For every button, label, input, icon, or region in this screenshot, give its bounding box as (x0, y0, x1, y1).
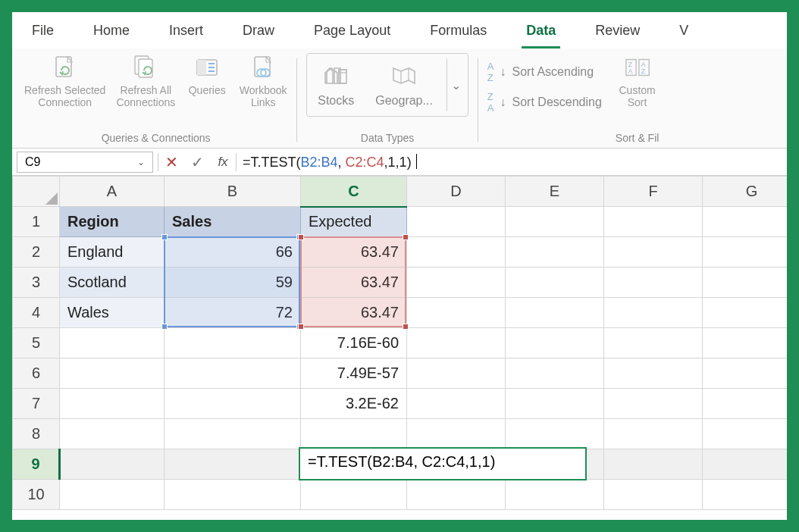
tab-data[interactable]: Data (522, 15, 560, 49)
cell-E5[interactable] (506, 328, 604, 358)
cell-D5[interactable] (407, 328, 506, 358)
sort-ascending-button[interactable]: AZ ↓ Sort Ascending (487, 58, 602, 86)
row-header-8[interactable]: 8 (13, 419, 60, 449)
cell-D6[interactable] (407, 358, 506, 389)
cell-G6[interactable] (703, 358, 788, 389)
insert-function-button[interactable]: fx (210, 155, 236, 170)
cell-D9[interactable] (407, 449, 506, 480)
cell-G4[interactable] (703, 298, 788, 328)
cell-D7[interactable] (407, 389, 506, 419)
cell-C6[interactable]: 7.49E-57 (301, 358, 407, 389)
cell-A6[interactable] (60, 358, 164, 389)
tab-view[interactable]: V (675, 15, 693, 49)
cell-F3[interactable] (604, 268, 703, 298)
cell-G7[interactable] (703, 389, 788, 419)
cell-F6[interactable] (604, 358, 703, 389)
stocks-button[interactable]: Stocks (310, 59, 362, 111)
tab-insert[interactable]: Insert (164, 15, 208, 49)
row-header-3[interactable]: 3 (13, 268, 60, 298)
custom-sort-button[interactable]: ZAAZ Custom Sort (616, 53, 659, 108)
row-header-10[interactable]: 10 (13, 480, 60, 510)
cell-F10[interactable] (604, 480, 703, 510)
cell-B5[interactable] (164, 328, 301, 358)
cell-F2[interactable] (604, 237, 703, 268)
cell-E6[interactable] (506, 358, 604, 389)
cell-B7[interactable] (164, 389, 301, 419)
col-header-C[interactable]: C (301, 177, 407, 207)
cell-E1[interactable] (506, 207, 604, 237)
cell-C4[interactable]: 63.47 (301, 298, 407, 328)
col-header-G[interactable]: G (703, 177, 788, 207)
col-header-D[interactable]: D (407, 177, 506, 207)
cell-D2[interactable] (407, 237, 506, 268)
col-header-A[interactable]: A (60, 177, 164, 207)
cell-D3[interactable] (407, 268, 506, 298)
cell-D4[interactable] (407, 298, 506, 328)
cell-A2[interactable]: England (60, 237, 164, 268)
col-header-F[interactable]: F (604, 177, 703, 207)
refresh-selected-connection-button[interactable]: Refresh Selected Connection (24, 53, 105, 108)
cell-D10[interactable] (407, 480, 506, 510)
row-header-5[interactable]: 5 (13, 328, 60, 358)
tab-formulas[interactable]: Formulas (425, 15, 491, 49)
cell-A7[interactable] (60, 389, 164, 419)
cell-C9[interactable] (301, 449, 407, 480)
row-header-1[interactable]: 1 (13, 207, 60, 237)
cell-A4[interactable]: Wales (60, 298, 164, 328)
cell-B8[interactable] (164, 419, 301, 449)
cell-F1[interactable] (604, 207, 703, 237)
cell-G8[interactable] (703, 419, 788, 449)
tab-file[interactable]: File (27, 15, 58, 49)
formula-input[interactable]: =T.TEST(B2:B4, C2:C4,1,1) (237, 152, 787, 172)
cell-E8[interactable] (506, 419, 604, 449)
geography-button[interactable]: Geograp... (368, 59, 440, 111)
cell-G5[interactable] (703, 328, 788, 358)
cell-E3[interactable] (506, 268, 604, 298)
cell-A5[interactable] (60, 328, 164, 358)
tab-page-layout[interactable]: Page Layout (309, 15, 395, 49)
data-types-expand[interactable]: ⌄ (446, 58, 465, 111)
enter-button[interactable]: ✓ (184, 153, 210, 171)
cell-C1[interactable]: Expected (301, 207, 407, 237)
row-header-9[interactable]: 9 (13, 449, 60, 480)
cell-B1[interactable]: Sales (164, 207, 301, 237)
cell-G9[interactable] (703, 449, 788, 480)
refresh-all-connections-button[interactable]: Refresh All Connections (116, 53, 175, 108)
cell-G2[interactable] (703, 237, 788, 268)
col-header-E[interactable]: E (506, 177, 604, 207)
cell-E10[interactable] (506, 480, 604, 510)
cell-E7[interactable] (506, 389, 604, 419)
select-all-corner[interactable] (13, 177, 60, 207)
cell-F5[interactable] (604, 328, 703, 358)
cell-A1[interactable]: Region (60, 207, 164, 237)
cell-C10[interactable] (301, 480, 407, 510)
cancel-button[interactable]: ✕ (158, 153, 184, 171)
sort-descending-button[interactable]: ZA ↓ Sort Descending (487, 88, 602, 117)
row-header-7[interactable]: 7 (13, 389, 60, 419)
row-header-4[interactable]: 4 (13, 298, 60, 328)
cell-E2[interactable] (506, 237, 604, 268)
cell-C3[interactable]: 63.47 (301, 268, 407, 298)
workbook-links-button[interactable]: Workbook Links (239, 53, 287, 108)
cell-B9[interactable] (164, 449, 301, 480)
cell-B6[interactable] (164, 358, 301, 389)
cell-C8[interactable] (301, 419, 407, 449)
spreadsheet-grid[interactable]: A B C D E F G 1 Region Sales Expected 2 (12, 176, 787, 520)
cell-G10[interactable] (703, 480, 788, 510)
cell-F8[interactable] (604, 419, 703, 449)
col-header-B[interactable]: B (164, 177, 301, 207)
tab-review[interactable]: Review (591, 15, 644, 49)
cell-G3[interactable] (703, 268, 788, 298)
cell-F4[interactable] (604, 298, 703, 328)
tab-home[interactable]: Home (89, 15, 134, 49)
cell-E4[interactable] (506, 298, 604, 328)
queries-button[interactable]: Queries (186, 53, 228, 96)
cell-E9[interactable] (506, 449, 604, 480)
cell-B3[interactable]: 59 (164, 268, 301, 298)
tab-draw[interactable]: Draw (238, 15, 279, 49)
cell-C5[interactable]: 7.16E-60 (301, 328, 407, 358)
cell-F9[interactable] (604, 449, 703, 480)
cell-G1[interactable] (703, 207, 788, 237)
cell-B2[interactable]: 66 (164, 237, 301, 268)
cell-A3[interactable]: Scotland (60, 268, 164, 298)
